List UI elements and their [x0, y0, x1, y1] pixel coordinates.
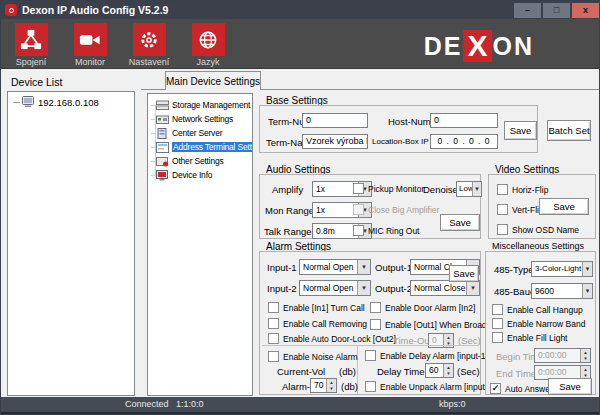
device-icon [22, 96, 35, 108]
input2-label: Input-2 [267, 283, 297, 294]
delay-time-spinner[interactable]: 60 ▲▼ [425, 363, 454, 378]
output2-label: Output-2 [375, 283, 412, 294]
alarm-divider [262, 345, 478, 346]
video-settings-group: Horiz-Flip Vert-Flip Save Show OSD Name [488, 174, 596, 239]
other-settings-icon [156, 156, 169, 167]
tree-connector [13, 102, 20, 103]
misc-save-button[interactable]: Save [548, 378, 592, 395]
checkbox-box [353, 183, 364, 194]
checkbox-box [370, 319, 381, 330]
language-button[interactable]: Jazyk [184, 23, 232, 67]
chevron-down-icon: ▼ [357, 281, 370, 295]
tree-item-storage-management[interactable]: Storage Management [151, 98, 252, 112]
enable-unpack-alarm-checkbox[interactable]: Enable Unpack Alarm [input-1] [365, 381, 495, 392]
output2-select[interactable]: Normal Close ▼ [410, 280, 480, 296]
close-big-amplifier-checkbox: Close Big Amplifier [353, 204, 439, 215]
delay-time-label: Delay Time [377, 366, 425, 377]
audio-save-button[interactable]: Save [440, 214, 480, 231]
alarm-save-button[interactable]: Save [449, 265, 479, 282]
settings-tree-panel: Storage Management Network Settings Cent… [147, 93, 253, 396]
enable-fill-light-checkbox[interactable]: Enable Fill Light [492, 332, 567, 343]
talk-range-label: Talk Range [264, 226, 312, 237]
horiz-flip-checkbox[interactable]: Horiz-Flip [497, 184, 548, 195]
delay-time-unit: (Sec) [457, 366, 480, 377]
checkbox-box [370, 302, 381, 313]
checkbox-box [497, 204, 508, 215]
denoise-select[interactable]: Low ▼ [456, 181, 482, 197]
app-window: Dexon IP Audio Config V5.2.9 – □ x Spoje… [0, 0, 600, 415]
chevron-down-icon: ▼ [472, 182, 481, 196]
end-time-label: End Time [496, 368, 536, 379]
monitor-button[interactable]: Monitor [66, 23, 114, 67]
input1-select[interactable]: Normal Open ▼ [299, 259, 371, 275]
tree-item-network-settings[interactable]: Network Settings [151, 112, 252, 126]
alarm-vol-spinner[interactable]: 70 ▲▼ [310, 378, 337, 393]
mic-ring-out-checkbox[interactable]: MIC Ring Out [353, 225, 420, 236]
alarm-settings-group: Input-1 Normal Open ▼ Output-1 Normal Cl… [259, 251, 481, 395]
chevron-down-icon: ▼ [582, 262, 592, 276]
gear-icon [133, 23, 166, 56]
settings-button[interactable]: Nastavení [125, 23, 173, 67]
spin-down-icon[interactable]: ▼ [444, 371, 453, 378]
enable-auto-doorlock-checkbox[interactable]: Enable Auto Door-Lock [Out2] [268, 333, 396, 344]
network-icon [15, 23, 48, 56]
denoise-label: Denoise [423, 184, 458, 195]
base-save-button[interactable]: Save [504, 121, 537, 140]
chevron-down-icon: ▼ [357, 260, 370, 274]
dexon-logo: DEXON [424, 30, 534, 62]
current-vol-unit: (db) [339, 366, 356, 377]
checkbox-box [268, 351, 279, 362]
enable-in1-turn-call-checkbox[interactable]: Enable [In1] Turn Call [268, 302, 365, 313]
input2-select[interactable]: Normal Open ▼ [299, 280, 371, 296]
checkbox-box [268, 302, 279, 313]
485-type-label: 485-Type [494, 264, 534, 275]
tree-item-center-server[interactable]: Center Server [151, 126, 252, 140]
begin-time-spinner: 0:00:00 ▲▼ [534, 348, 591, 363]
enable-narrow-band-checkbox[interactable]: Enable Narrow Band [492, 318, 585, 329]
pickup-monitor-checkbox[interactable]: Pickup Monitor [353, 183, 424, 194]
spin-down-icon[interactable]: ▼ [327, 386, 336, 393]
batch-set-button[interactable]: Batch Set [547, 120, 591, 141]
spin-down-icon: ▼ [581, 356, 590, 363]
chevron-down-icon: ▼ [466, 281, 479, 295]
auto-answer-checkbox[interactable]: Auto Answer [490, 383, 553, 394]
spin-down-icon: ▼ [444, 341, 453, 348]
tree-item-address-terminal-settings[interactable]: Address Terminal Settings [151, 140, 252, 154]
checkbox-box [268, 318, 279, 329]
location-box-ip-input[interactable]: 0 . 0 . 0 . 0 [430, 134, 498, 149]
enable-delay-alarm-checkbox[interactable]: Enable Delay Alarm [input-1] [365, 350, 488, 361]
tree-item-other-settings[interactable]: Other Settings [151, 154, 252, 168]
enable-out1-broadcast-checkbox[interactable]: Enable [Out1] When Broadcast [370, 319, 502, 330]
misc-settings-title: Miscellaneous Settings [489, 241, 587, 251]
enable-call-removing-checkbox[interactable]: Enable Call Removing [268, 318, 367, 329]
kbps-status: kbps:0 [439, 399, 466, 409]
checkbox-box [492, 318, 503, 329]
connect-button[interactable]: Spojení [7, 23, 55, 67]
audio-settings-group: Amplify 1x ▼ Mon Range 1x ▼ Talk Range 0… [259, 174, 481, 239]
camera-icon [74, 23, 107, 56]
term-num-input[interactable]: 0 [302, 113, 368, 128]
tree-item-device-info[interactable]: Device Info [151, 168, 252, 182]
term-name-input[interactable]: Vzorek výroba PoE + a [302, 134, 368, 149]
device-tree-item[interactable]: 192.168.0.108 [10, 96, 132, 108]
485-baud-select[interactable]: 9600 ▼ [531, 283, 593, 299]
tab-main-device-settings[interactable]: Main Device Settings [165, 71, 261, 90]
minimize-button[interactable]: – [514, 3, 541, 18]
host-num-input[interactable]: 0 [430, 113, 498, 128]
enable-call-hangup-checkbox[interactable]: Enable Call Hangup [492, 304, 583, 315]
maximize-button[interactable]: □ [543, 3, 570, 18]
input1-label: Input-1 [267, 262, 297, 273]
enable-door-alarm-checkbox[interactable]: Enable Door Alarm [In2] [370, 302, 475, 313]
checkbox-box [268, 333, 279, 344]
toolbar: Spojení Monitor Nastaven [1, 19, 599, 69]
app-icon [5, 4, 17, 16]
485-type-select[interactable]: 3-Color-Light ▼ [531, 261, 593, 277]
enable-noise-alarm-checkbox[interactable]: Enable Noise Alarm [268, 351, 358, 362]
show-osd-name-checkbox[interactable]: Show OSD Name [497, 224, 579, 235]
video-save-button[interactable]: Save [539, 198, 589, 215]
vert-flip-checkbox[interactable]: Vert-Flip [497, 204, 544, 215]
network-settings-icon [156, 114, 169, 125]
amplify-label: Amplify [272, 184, 303, 195]
checkbox-box [492, 304, 503, 315]
close-button[interactable]: x [572, 3, 599, 18]
